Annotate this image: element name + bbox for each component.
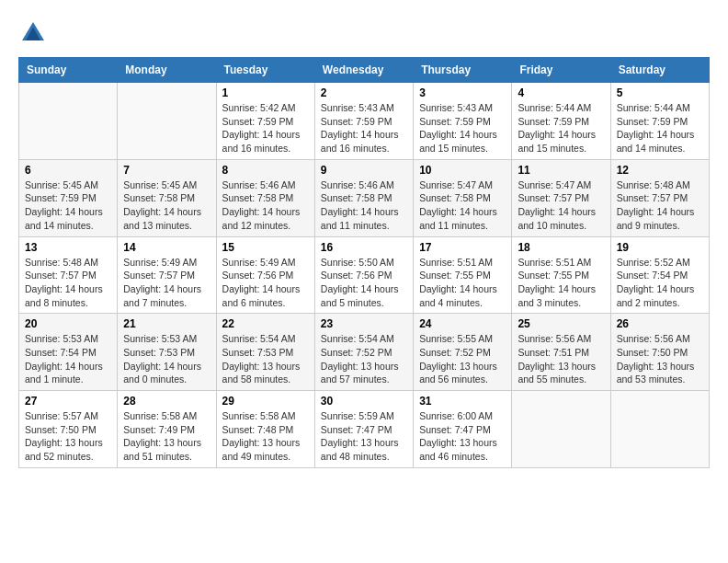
day-info: Sunrise: 5:56 AM Sunset: 7:51 PM Dayligh… [518, 332, 604, 386]
logo [18, 18, 51, 48]
day-info: Sunrise: 5:51 AM Sunset: 7:55 PM Dayligh… [518, 256, 604, 310]
calendar-cell: 2Sunrise: 5:43 AM Sunset: 7:59 PM Daylig… [314, 83, 413, 160]
day-number: 12 [617, 164, 703, 177]
calendar-cell: 23Sunrise: 5:54 AM Sunset: 7:52 PM Dayli… [314, 314, 413, 391]
day-number: 3 [419, 86, 506, 99]
calendar-cell: 12Sunrise: 5:48 AM Sunset: 7:57 PM Dayli… [610, 159, 709, 236]
day-number: 13 [25, 241, 111, 254]
day-number: 27 [25, 395, 111, 408]
weekday-header-wednesday: Wednesday [314, 58, 413, 83]
day-number: 23 [321, 317, 407, 330]
day-info: Sunrise: 5:58 AM Sunset: 7:48 PM Dayligh… [222, 409, 309, 464]
day-number: 26 [617, 317, 703, 330]
day-info: Sunrise: 5:42 AM Sunset: 7:59 PM Dayligh… [222, 101, 309, 155]
day-number: 20 [25, 317, 111, 330]
day-info: Sunrise: 5:46 AM Sunset: 7:58 PM Dayligh… [321, 178, 407, 233]
day-number: 9 [321, 164, 407, 177]
day-number: 8 [222, 164, 309, 177]
calendar-cell [19, 83, 118, 160]
calendar-cell: 24Sunrise: 5:55 AM Sunset: 7:52 PM Dayli… [414, 314, 512, 391]
calendar-cell: 14Sunrise: 5:49 AM Sunset: 7:57 PM Dayli… [118, 236, 216, 314]
calendar-cell [512, 391, 610, 468]
weekday-header-friday: Friday [512, 58, 610, 83]
day-number: 21 [123, 317, 210, 330]
day-number: 29 [222, 395, 309, 408]
day-info: Sunrise: 5:45 AM Sunset: 7:59 PM Dayligh… [25, 178, 111, 233]
calendar-cell: 27Sunrise: 5:57 AM Sunset: 7:50 PM Dayli… [19, 391, 118, 468]
day-number: 4 [518, 86, 604, 99]
calendar-cell [610, 391, 709, 468]
day-number: 31 [419, 395, 506, 408]
calendar-header-row: SundayMondayTuesdayWednesdayThursdayFrid… [19, 58, 710, 83]
calendar-cell [118, 83, 216, 160]
day-number: 16 [321, 241, 407, 254]
day-number: 5 [617, 86, 703, 99]
day-number: 19 [617, 241, 703, 254]
calendar: SundayMondayTuesdayWednesdayThursdayFrid… [18, 57, 710, 468]
calendar-cell: 18Sunrise: 5:51 AM Sunset: 7:55 PM Dayli… [512, 236, 610, 314]
calendar-cell: 7Sunrise: 5:45 AM Sunset: 7:58 PM Daylig… [118, 159, 216, 236]
calendar-cell: 4Sunrise: 5:44 AM Sunset: 7:59 PM Daylig… [512, 83, 610, 160]
calendar-cell: 21Sunrise: 5:53 AM Sunset: 7:53 PM Dayli… [118, 314, 216, 391]
day-number: 6 [25, 164, 111, 177]
day-info: Sunrise: 5:50 AM Sunset: 7:56 PM Dayligh… [321, 256, 407, 310]
calendar-week-1: 1Sunrise: 5:42 AM Sunset: 7:59 PM Daylig… [19, 83, 710, 160]
calendar-cell: 26Sunrise: 5:56 AM Sunset: 7:50 PM Dayli… [610, 314, 709, 391]
calendar-cell: 3Sunrise: 5:43 AM Sunset: 7:59 PM Daylig… [414, 83, 512, 160]
day-number: 15 [222, 241, 309, 254]
day-number: 2 [321, 86, 407, 99]
calendar-cell: 20Sunrise: 5:53 AM Sunset: 7:54 PM Dayli… [19, 314, 118, 391]
day-number: 22 [222, 317, 309, 330]
day-info: Sunrise: 5:47 AM Sunset: 7:57 PM Dayligh… [518, 178, 604, 233]
day-info: Sunrise: 5:48 AM Sunset: 7:57 PM Dayligh… [617, 178, 703, 233]
day-info: Sunrise: 5:52 AM Sunset: 7:54 PM Dayligh… [617, 256, 703, 310]
calendar-week-2: 6Sunrise: 5:45 AM Sunset: 7:59 PM Daylig… [19, 159, 710, 236]
calendar-cell: 28Sunrise: 5:58 AM Sunset: 7:49 PM Dayli… [118, 391, 216, 468]
day-info: Sunrise: 5:51 AM Sunset: 7:55 PM Dayligh… [419, 256, 506, 310]
day-info: Sunrise: 5:44 AM Sunset: 7:59 PM Dayligh… [518, 101, 604, 155]
logo-icon [18, 18, 48, 48]
day-info: Sunrise: 5:48 AM Sunset: 7:57 PM Dayligh… [25, 256, 111, 310]
day-info: Sunrise: 5:53 AM Sunset: 7:54 PM Dayligh… [25, 332, 111, 386]
calendar-cell: 13Sunrise: 5:48 AM Sunset: 7:57 PM Dayli… [19, 236, 118, 314]
header [18, 18, 710, 48]
calendar-cell: 31Sunrise: 6:00 AM Sunset: 7:47 PM Dayli… [414, 391, 512, 468]
calendar-cell: 25Sunrise: 5:56 AM Sunset: 7:51 PM Dayli… [512, 314, 610, 391]
day-info: Sunrise: 5:58 AM Sunset: 7:49 PM Dayligh… [123, 409, 210, 464]
day-info: Sunrise: 5:44 AM Sunset: 7:59 PM Dayligh… [617, 101, 703, 155]
calendar-cell: 19Sunrise: 5:52 AM Sunset: 7:54 PM Dayli… [610, 236, 709, 314]
day-info: Sunrise: 5:46 AM Sunset: 7:58 PM Dayligh… [222, 178, 309, 233]
calendar-cell: 10Sunrise: 5:47 AM Sunset: 7:58 PM Dayli… [414, 159, 512, 236]
weekday-header-saturday: Saturday [610, 58, 709, 83]
calendar-cell: 15Sunrise: 5:49 AM Sunset: 7:56 PM Dayli… [216, 236, 314, 314]
weekday-header-thursday: Thursday [414, 58, 512, 83]
calendar-week-3: 13Sunrise: 5:48 AM Sunset: 7:57 PM Dayli… [19, 236, 710, 314]
day-number: 30 [321, 395, 407, 408]
day-number: 28 [123, 395, 210, 408]
day-info: Sunrise: 5:57 AM Sunset: 7:50 PM Dayligh… [25, 409, 111, 464]
calendar-cell: 17Sunrise: 5:51 AM Sunset: 7:55 PM Dayli… [414, 236, 512, 314]
day-info: Sunrise: 5:53 AM Sunset: 7:53 PM Dayligh… [123, 332, 210, 386]
calendar-cell: 6Sunrise: 5:45 AM Sunset: 7:59 PM Daylig… [19, 159, 118, 236]
day-info: Sunrise: 5:49 AM Sunset: 7:57 PM Dayligh… [123, 256, 210, 310]
day-number: 7 [123, 164, 210, 177]
calendar-cell: 22Sunrise: 5:54 AM Sunset: 7:53 PM Dayli… [216, 314, 314, 391]
calendar-week-5: 27Sunrise: 5:57 AM Sunset: 7:50 PM Dayli… [19, 391, 710, 468]
day-number: 11 [518, 164, 604, 177]
calendar-cell: 9Sunrise: 5:46 AM Sunset: 7:58 PM Daylig… [314, 159, 413, 236]
calendar-week-4: 20Sunrise: 5:53 AM Sunset: 7:54 PM Dayli… [19, 314, 710, 391]
day-info: Sunrise: 5:43 AM Sunset: 7:59 PM Dayligh… [419, 101, 506, 155]
calendar-cell: 11Sunrise: 5:47 AM Sunset: 7:57 PM Dayli… [512, 159, 610, 236]
day-info: Sunrise: 5:43 AM Sunset: 7:59 PM Dayligh… [321, 101, 407, 155]
day-info: Sunrise: 5:59 AM Sunset: 7:47 PM Dayligh… [321, 409, 407, 464]
weekday-header-sunday: Sunday [19, 58, 118, 83]
day-info: Sunrise: 5:56 AM Sunset: 7:50 PM Dayligh… [617, 332, 703, 386]
day-number: 24 [419, 317, 506, 330]
day-info: Sunrise: 5:55 AM Sunset: 7:52 PM Dayligh… [419, 332, 506, 386]
calendar-cell: 1Sunrise: 5:42 AM Sunset: 7:59 PM Daylig… [216, 83, 314, 160]
day-number: 17 [419, 241, 506, 254]
calendar-cell: 8Sunrise: 5:46 AM Sunset: 7:58 PM Daylig… [216, 159, 314, 236]
day-number: 10 [419, 164, 506, 177]
calendar-cell: 16Sunrise: 5:50 AM Sunset: 7:56 PM Dayli… [314, 236, 413, 314]
day-info: Sunrise: 5:54 AM Sunset: 7:53 PM Dayligh… [222, 332, 309, 386]
